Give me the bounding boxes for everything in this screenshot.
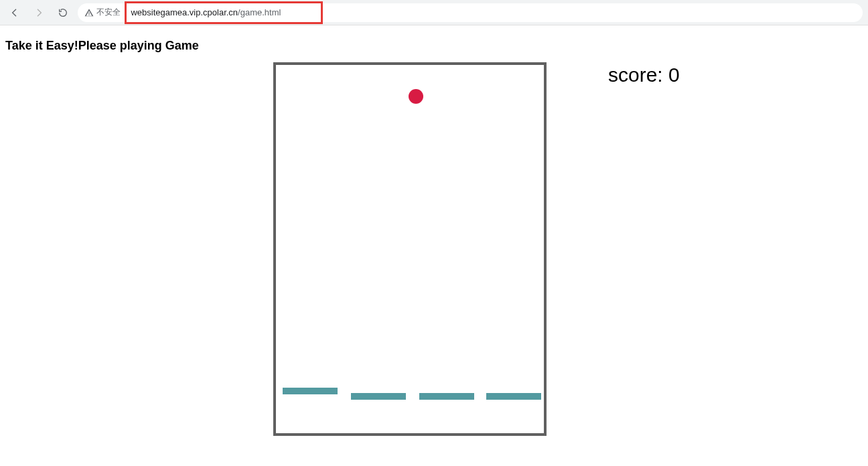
game-canvas[interactable] (273, 62, 547, 436)
reload-icon (58, 7, 68, 18)
reload-button[interactable] (54, 3, 72, 22)
forward-button[interactable] (29, 3, 48, 22)
game-platform (419, 393, 474, 400)
url-path: /game.html (238, 7, 281, 17)
url-host: websitegamea.vip.cpolar.cn (131, 7, 238, 17)
back-button[interactable] (5, 3, 24, 22)
score-value: 0 (668, 64, 680, 86)
arrow-left-icon (9, 7, 20, 18)
browser-toolbar: 不安全 | websitegamea.vip.cpolar.cn/game.ht… (0, 0, 868, 25)
game-ball (409, 89, 423, 104)
url-display: websitegamea.vip.cpolar.cn/game.html (131, 7, 281, 17)
address-bar[interactable]: 不安全 | websitegamea.vip.cpolar.cn/game.ht… (78, 3, 863, 22)
score-display: score: 0 (608, 64, 680, 86)
score-label: score: (608, 64, 668, 86)
security-label: 不安全 (96, 7, 121, 18)
security-indicator: 不安全 (84, 7, 121, 18)
page-body: Take it Easy!Please playing Game score: … (0, 25, 868, 466)
game-platform (283, 388, 338, 394)
page-title: Take it Easy!Please playing Game (5, 39, 863, 53)
arrow-right-icon (33, 7, 44, 18)
game-platform (486, 393, 541, 400)
warning-icon (84, 8, 94, 17)
game-platform (351, 393, 406, 400)
